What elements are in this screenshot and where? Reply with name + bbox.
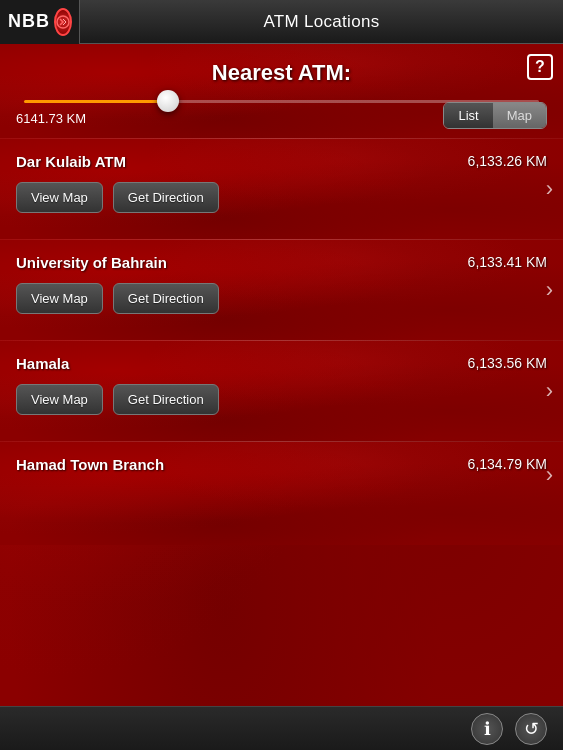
atm-list-item: Hamala 6,133.56 KM View Map Get Directio… <box>0 341 563 441</box>
top-section: ? Nearest ATM: 6141.73 KM List Map <box>0 44 563 138</box>
view-map-button[interactable]: View Map <box>16 182 103 213</box>
atm-list-item: Dar Kulaib ATM 6,133.26 KM View Map Get … <box>0 139 563 239</box>
atm-name: Hamala <box>16 355 458 372</box>
atm-buttons: View Map Get Direction <box>16 182 547 213</box>
atm-item-header: University of Bahrain 6,133.41 KM <box>16 254 547 271</box>
help-button[interactable]: ? <box>527 54 553 80</box>
list-map-toggle[interactable]: List Map <box>443 102 547 129</box>
atm-list-item: University of Bahrain 6,133.41 KM View M… <box>0 240 563 340</box>
nbb-emblem <box>56 15 70 29</box>
footer: ℹ ↺ <box>0 706 563 750</box>
atm-distance: 6,133.41 KM <box>468 254 547 270</box>
map-toggle-button[interactable]: Map <box>493 103 546 128</box>
chevron-right-icon: › <box>546 462 553 488</box>
atm-distance: 6,133.26 KM <box>468 153 547 169</box>
atm-item-header: Hamad Town Branch 6,134.79 KM <box>16 456 547 473</box>
atm-name: University of Bahrain <box>16 254 458 271</box>
app-header: NBB ATM Locations <box>0 0 563 44</box>
nearest-atm-label: Nearest ATM: <box>16 60 547 86</box>
main-content: ? Nearest ATM: 6141.73 KM List Map Dar K… <box>0 44 563 750</box>
nbb-logo-icon <box>54 8 72 36</box>
logo-area: NBB <box>0 0 80 44</box>
slider-thumb <box>157 90 179 112</box>
list-toggle-button[interactable]: List <box>444 103 492 128</box>
chevron-right-icon: › <box>546 277 553 303</box>
atm-distance: 6,133.56 KM <box>468 355 547 371</box>
get-direction-button[interactable]: Get Direction <box>113 384 219 415</box>
refresh-button[interactable]: ↺ <box>515 713 547 745</box>
info-button[interactable]: ℹ <box>471 713 503 745</box>
atm-item-header: Hamala 6,133.56 KM <box>16 355 547 372</box>
atm-distance: 6,134.79 KM <box>468 456 547 472</box>
get-direction-button[interactable]: Get Direction <box>113 182 219 213</box>
atm-name: Hamad Town Branch <box>16 456 458 473</box>
nbb-logo-text: NBB <box>8 11 50 32</box>
atm-list-item: Hamad Town Branch 6,134.79 KM › <box>0 442 563 545</box>
page-title: ATM Locations <box>80 12 563 32</box>
chevron-right-icon: › <box>546 378 553 404</box>
view-map-button[interactable]: View Map <box>16 283 103 314</box>
chevron-right-icon: › <box>546 176 553 202</box>
atm-name: Dar Kulaib ATM <box>16 153 458 170</box>
atm-buttons: View Map Get Direction <box>16 384 547 415</box>
get-direction-button[interactable]: Get Direction <box>113 283 219 314</box>
atm-buttons: View Map Get Direction <box>16 283 547 314</box>
atm-item-header: Dar Kulaib ATM 6,133.26 KM <box>16 153 547 170</box>
view-map-button[interactable]: View Map <box>16 384 103 415</box>
